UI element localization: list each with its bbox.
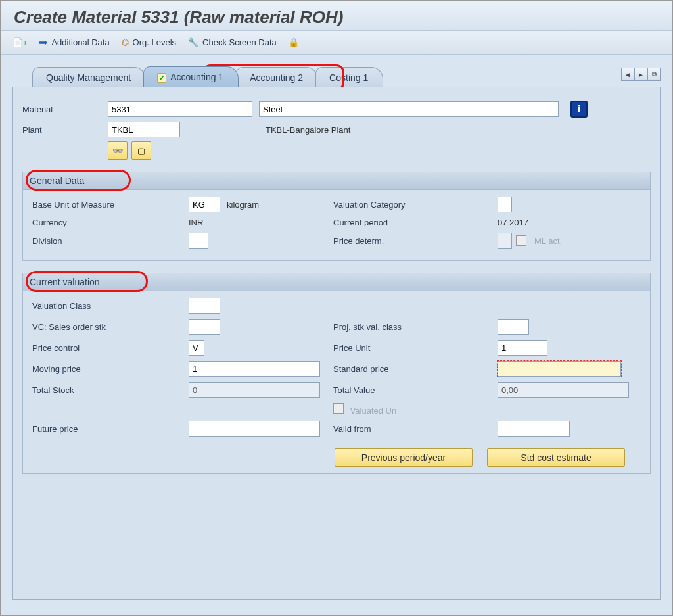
price-control-label: Price control — [32, 343, 189, 353]
valid-from-input[interactable] — [498, 421, 570, 437]
lock-button[interactable]: 🔒 — [289, 37, 299, 47]
future-price-input[interactable] — [189, 421, 320, 437]
total-value-label: Total Value — [333, 385, 498, 395]
page-icon: ▢ — [137, 146, 145, 156]
valuated-un-checkbox — [333, 403, 344, 414]
base-uom-text: kilogram — [227, 200, 259, 210]
content-area: ◄ ► ⧉ Quality Management Accounting 1 Ac… — [1, 55, 672, 615]
tab-label: Accounting 2 — [250, 72, 303, 83]
toolbar: 📄+ ➡ Additional Data ⌬ Org. Levels 🔧 Che… — [1, 31, 672, 55]
valuated-un-label: Valuated Un — [350, 406, 397, 415]
material-label: Material — [22, 105, 108, 114]
glasses-icon: 👓 — [112, 146, 124, 156]
ml-act-checkbox — [516, 235, 526, 246]
valuation-class-input[interactable] — [189, 298, 220, 314]
previous-period-button[interactable]: Previous period/year — [335, 448, 473, 467]
tab-accounting-2[interactable]: Accounting 2 — [236, 67, 318, 87]
additional-data-button[interactable]: ➡ Additional Data — [39, 36, 109, 49]
material-input[interactable] — [108, 101, 252, 117]
total-stock-label: Total Stock — [32, 385, 189, 395]
base-uom-label: Base Unit of Measure — [32, 200, 189, 210]
tab-label: Costing 1 — [329, 72, 368, 83]
valuation-actions: Previous period/year Std cost estimate — [335, 448, 641, 467]
valuation-category-label: Valuation Category — [333, 200, 498, 210]
additional-data-label: Additional Data — [51, 37, 109, 47]
hierarchy-icon: ⌬ — [122, 37, 129, 47]
tab-quality-management[interactable]: Quality Management — [32, 67, 146, 87]
future-price-label: Future price — [32, 424, 189, 434]
lock-icon: 🔒 — [289, 37, 299, 47]
standard-price-label: Standard price — [333, 364, 498, 374]
current-period-label: Current period — [333, 218, 498, 227]
current-period-value: 07 2017 — [498, 218, 528, 227]
plant-desc-text: TKBL-Bangalore Plant — [266, 125, 350, 135]
valid-from-label: Valid from — [333, 424, 498, 434]
base-uom-input[interactable] — [189, 197, 220, 212]
tab-costing-1[interactable]: Costing 1 — [315, 67, 383, 87]
division-input[interactable] — [189, 233, 208, 249]
currency-value: INR — [189, 218, 203, 227]
new-entry-icon: 📄+ — [12, 37, 27, 47]
org-levels-label: Org. Levels — [133, 37, 176, 47]
price-determ-input — [498, 233, 512, 249]
header-glasses-button[interactable]: 👓 — [108, 141, 128, 160]
ml-act-label: ML act. — [534, 236, 562, 246]
check-screen-label: Check Screen Data — [202, 37, 277, 47]
header-page-button[interactable]: ▢ — [131, 141, 151, 160]
tab-body: Material i Plant TKBL-Bangalore Plant 👓 … — [12, 87, 661, 600]
check-screen-button[interactable]: 🔧 Check Screen Data — [188, 37, 277, 47]
org-levels-button[interactable]: ⌬ Org. Levels — [122, 37, 176, 47]
check-icon: 🔧 — [188, 37, 198, 47]
new-entry-button[interactable]: 📄+ — [12, 37, 27, 47]
valuation-class-label: Valuation Class — [32, 301, 189, 311]
info-icon: i — [578, 103, 581, 116]
total-stock-input — [189, 382, 320, 398]
proj-stk-input[interactable] — [498, 319, 529, 335]
plant-input[interactable] — [108, 122, 180, 137]
sap-window: Create Material 5331 (Raw material ROH) … — [0, 0, 673, 616]
tab-label: Quality Management — [46, 72, 131, 83]
vc-sales-input[interactable] — [189, 319, 220, 335]
plant-row: Plant TKBL-Bangalore Plant — [22, 122, 651, 137]
price-unit-input[interactable] — [498, 340, 547, 356]
moving-price-label: Moving price — [32, 364, 189, 374]
valuation-category-input[interactable] — [498, 197, 512, 212]
material-desc-input[interactable] — [259, 101, 559, 117]
current-valuation-header: Current valuation — [23, 273, 650, 291]
general-data-group: General Data Base Unit of Measure kilogr… — [22, 172, 651, 261]
currency-label: Currency — [32, 218, 189, 227]
tab-accounting-1[interactable]: Accounting 1 — [143, 66, 239, 87]
plant-label: Plant — [22, 125, 108, 135]
price-control-input[interactable] — [189, 340, 204, 356]
tab-row: Quality Management Accounting 1 Accounti… — [32, 66, 661, 87]
std-cost-estimate-button[interactable]: Std cost estimate — [487, 448, 625, 467]
proj-stk-label: Proj. stk val. class — [333, 322, 498, 332]
price-unit-label: Price Unit — [333, 343, 498, 353]
arrow-right-icon: ➡ — [39, 36, 47, 49]
header-icon-row: 👓 ▢ — [108, 141, 651, 160]
tab-label: Accounting 1 — [157, 72, 223, 82]
standard-price-input[interactable] — [498, 361, 621, 377]
division-label: Division — [32, 236, 189, 246]
total-value-input — [498, 382, 629, 398]
moving-price-input[interactable] — [189, 361, 320, 377]
material-row: Material i — [22, 101, 651, 118]
general-data-header: General Data — [23, 172, 650, 190]
current-valuation-group: Current valuation Valuation Class VC: Sa… — [22, 273, 651, 474]
price-determ-label: Price determ. — [333, 236, 498, 246]
page-title: Create Material 5331 (Raw material ROH) — [1, 1, 672, 31]
material-info-button[interactable]: i — [570, 101, 588, 118]
vc-sales-label: VC: Sales order stk — [32, 322, 189, 332]
